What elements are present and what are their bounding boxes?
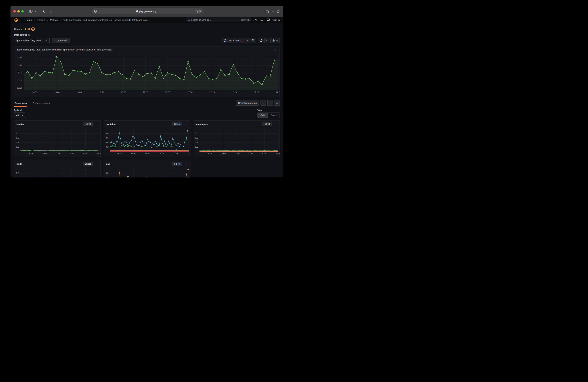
- tabs-row: Breakdown Related metrics Select new met…: [14, 100, 280, 107]
- sign-in-link[interactable]: Sign in: [273, 19, 280, 21]
- x-tick-label: 17:00: [234, 153, 239, 155]
- y-tick-label: 0.008: [17, 79, 22, 81]
- main-chart[interactable]: 0.0140.0120.010.0080.006 16:3516:4016:45…: [14, 53, 279, 94]
- panel-menu-button[interactable]: ⋮: [273, 122, 277, 126]
- new-tab-icon[interactable]: [271, 10, 274, 13]
- panel-menu-button[interactable]: ⋮: [94, 162, 98, 166]
- panel-menu-button[interactable]: ⋮: [184, 162, 188, 166]
- clock-icon: [224, 39, 227, 42]
- x-tick-label: 16:50: [42, 153, 47, 155]
- view-grid-option[interactable]: Grid: [258, 113, 268, 118]
- reader-view-icon[interactable]: [94, 10, 97, 13]
- select-cluster-button[interactable]: Select: [83, 122, 93, 126]
- refresh-button[interactable]: [258, 38, 265, 43]
- grafana-logo[interactable]: [14, 18, 18, 22]
- cluster-chart[interactable]: 0.80.60.40.2 16:4016:5017:0017:1017:2017…: [14, 128, 101, 155]
- namespace-chart[interactable]: 0.80.60.40.2 16:4016:5017:0017:1017:2017…: [193, 128, 279, 155]
- tab-breakdown[interactable]: Breakdown: [14, 100, 27, 107]
- breadcrumb-explore[interactable]: Explore: [37, 19, 45, 21]
- sidebar-menu-button[interactable]: [34, 8, 37, 14]
- data-source-value: grafanacloud-play-prom: [17, 39, 41, 42]
- history-timeline[interactable]: [24, 27, 36, 31]
- translate-icon[interactable]: [195, 10, 198, 13]
- x-tick-label: 16:35: [32, 91, 38, 93]
- breadcrumb-metrics[interactable]: Metrics: [50, 19, 58, 21]
- select-namespace-button[interactable]: Select: [262, 122, 272, 126]
- url-text: play.grafana.org: [139, 10, 156, 13]
- close-window-button[interactable]: [13, 10, 16, 13]
- zoom-out-time-button[interactable]: [250, 38, 256, 43]
- forward-button[interactable]: [48, 8, 54, 14]
- select-container-button[interactable]: Select: [172, 122, 182, 126]
- back-button[interactable]: [41, 8, 46, 14]
- panel-title: node: [17, 163, 22, 165]
- share-icon[interactable]: [266, 9, 269, 13]
- sidebar-icon: [29, 10, 33, 13]
- time-range-button[interactable]: Last 1 hour UTC: [222, 38, 250, 43]
- x-tick-label: 17:00: [143, 91, 148, 93]
- address-bar[interactable]: play.grafana.org: [92, 8, 203, 14]
- tab-related-metrics[interactable]: Related metrics: [33, 100, 50, 107]
- select-pod-button[interactable]: Select: [172, 162, 182, 166]
- history-step-icon[interactable]: [24, 28, 26, 30]
- news-button[interactable]: [259, 17, 264, 22]
- x-tick-label: 17:00: [145, 153, 150, 155]
- history-step-icon[interactable]: [28, 28, 30, 30]
- select-new-metric-button[interactable]: Select new metric: [236, 100, 259, 106]
- y-tick-label: 0.014: [17, 57, 22, 59]
- node-chart[interactable]: 0.80.60.40.2 16:4016:5017:0017:1017:2017…: [14, 167, 101, 177]
- container-chart[interactable]: 0.80.60.40.2 16:4016:5017:0017:1017:2017…: [104, 128, 190, 155]
- sidebar-toggle-button[interactable]: [28, 8, 34, 14]
- add-label-button[interactable]: + Add label: [52, 38, 69, 43]
- breadcrumb-separator: ›: [60, 19, 61, 21]
- query-controls-row: grafanacloud-play-prom + Add label Last …: [14, 38, 280, 43]
- data-source-select[interactable]: grafanacloud-play-prom: [14, 38, 50, 43]
- panel-title: cluster: [17, 123, 24, 126]
- x-tick-label: 17:20: [83, 153, 88, 155]
- search-icon: [188, 19, 190, 21]
- tab-overview-icon[interactable]: [277, 10, 280, 13]
- pod-chart[interactable]: 0.80.60.40.2 16:4016:5017:0017:1017:2017…: [104, 167, 190, 177]
- share-nodes-icon: [270, 101, 271, 104]
- y-tick-label: 0.2: [16, 146, 19, 148]
- x-tick-label: 16:50: [131, 153, 136, 155]
- view-group: View Grid Rows: [257, 109, 280, 118]
- by-label-select[interactable]: All: [14, 113, 25, 118]
- panel-title: namespace: [195, 123, 208, 126]
- chevron-down-icon: [22, 115, 23, 116]
- y-tick-label: 0.4: [195, 141, 198, 143]
- panel-cluster: cluster Select ⋮ 0.80.60.40.2 16:4016:50…: [14, 120, 101, 157]
- search-box[interactable]: ⌘+k: [186, 18, 251, 22]
- by-label-label: By label: [14, 109, 25, 112]
- main-chart-x-axis: 16:3516:4016:4516:5016:5517:0017:0517:10…: [24, 90, 279, 94]
- share-metric-button[interactable]: [267, 100, 273, 106]
- reload-icon[interactable]: [198, 10, 201, 13]
- x-tick-label: 17:15: [210, 91, 215, 93]
- org-switcher-chevron-icon[interactable]: [20, 19, 21, 20]
- explore-button[interactable]: [260, 100, 266, 106]
- view-label: View: [257, 109, 280, 112]
- view-rows-option[interactable]: Rows: [268, 113, 279, 118]
- zoom-window-button[interactable]: [21, 10, 24, 13]
- search-input[interactable]: [191, 19, 239, 21]
- main-chart-plot[interactable]: [24, 54, 278, 90]
- settings-button[interactable]: ⚙: [271, 38, 280, 43]
- help-button[interactable]: [252, 17, 258, 22]
- breadcrumb-home[interactable]: Home: [25, 19, 32, 21]
- y-tick-label: 0.6: [16, 137, 19, 139]
- x-tick-label: 16:55: [121, 91, 126, 93]
- panel-menu-button[interactable]: ⋮: [184, 122, 188, 126]
- time-picker: Last 1 hour UTC: [222, 38, 256, 43]
- display-button[interactable]: [266, 17, 271, 22]
- refresh-interval-dropdown[interactable]: [265, 38, 269, 43]
- bookmark-button[interactable]: ☆: [274, 100, 280, 106]
- y-tick-label: 0.2: [105, 146, 108, 148]
- grafana-nav: Home › Explore › Metrics › node_namespac…: [10, 17, 283, 23]
- y-tick-label: 0.8: [105, 132, 108, 134]
- panel-menu-button[interactable]: ⋮: [94, 122, 98, 126]
- select-node-button[interactable]: Select: [83, 162, 93, 166]
- breadcrumb-separator: ›: [47, 19, 48, 21]
- monitor-icon: [267, 19, 270, 21]
- panel-menu-button[interactable]: ⋮: [273, 48, 277, 51]
- minimize-window-button[interactable]: [17, 10, 20, 13]
